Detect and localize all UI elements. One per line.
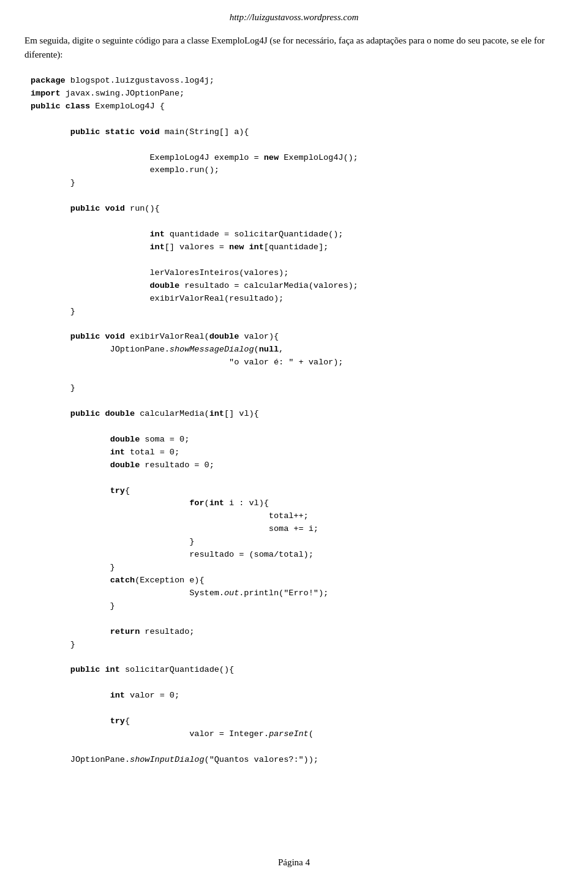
page-footer: Página 4 bbox=[0, 857, 588, 868]
page-container: http://luizgustavoss.wordpress.com Em se… bbox=[0, 0, 588, 880]
code-block: package blogspot.luizgustavoss.log4j; im… bbox=[31, 75, 564, 767]
intro-text: Em seguida, digite o seguinte código par… bbox=[24, 34, 564, 61]
site-url: http://luizgustavoss.wordpress.com bbox=[24, 12, 564, 23]
